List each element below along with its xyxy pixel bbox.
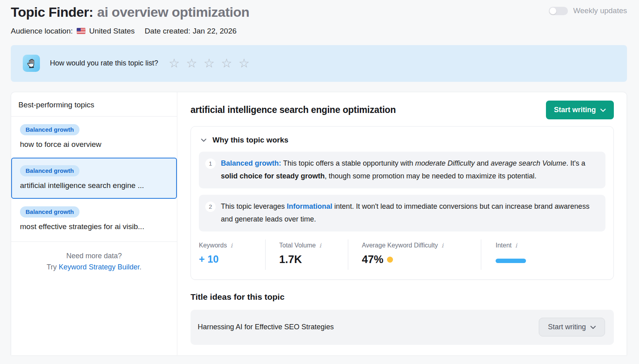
toggle-knob [550, 8, 556, 14]
keyword-difficulty-label: Average Keyword Difficulty [362, 242, 438, 249]
date-created-value: Jan 22, 2026 [192, 27, 236, 35]
why-point-1: 1 Balanced growth: This topic offers a s… [199, 152, 605, 188]
start-writing-label: Start writing [554, 106, 596, 114]
topic-item-label: how to force ai overview [20, 140, 168, 149]
weekly-updates-toggle[interactable] [549, 7, 568, 15]
why-topic-works-card: Why this topic works 1 Balanced growth: … [191, 126, 614, 280]
info-icon[interactable]: i [515, 242, 517, 249]
us-flag-icon [77, 28, 85, 34]
keyword-difficulty-value: 47% [362, 253, 383, 266]
star-icon[interactable]: ☆ [183, 57, 200, 69]
why-topic-works-title: Why this topic works [212, 136, 288, 144]
page-title: Topic Finder:ai overview optimization [11, 4, 249, 20]
star-icon[interactable]: ☆ [165, 57, 183, 69]
selected-topic-title: artificial intelligence search engine op… [191, 105, 396, 115]
page-title-prefix: Topic Finder: [11, 4, 93, 20]
sidebar-footer: Need more data? Try Keyword Strategy Bui… [11, 241, 177, 281]
why-topic-works-header[interactable]: Why this topic works [201, 136, 605, 144]
start-writing-button[interactable]: Start writing [546, 101, 614, 119]
date-created: Date created:Jan 22, 2026 [145, 27, 239, 36]
intent-label: Intent [496, 242, 512, 249]
intent-bar-icon [496, 259, 526, 263]
footer-period: . [139, 263, 141, 271]
topic-item-label: most effective strategies for ai visib..… [20, 222, 168, 231]
rating-stars: ☆ ☆ ☆ ☆ ☆ [165, 57, 253, 69]
point-text: Balanced growth: This topic offers a sta… [221, 157, 599, 182]
metric-keywords: Keywords i + 10 [199, 239, 265, 270]
metric-keyword-difficulty: Average Keyword Difficulty i 47% [348, 239, 481, 270]
topics-sidebar: Best-performing topics Balanced growth h… [11, 92, 177, 355]
rating-banner: How would you rate this topic list? ☆ ☆ … [11, 45, 627, 82]
keywords-value: + 10 [199, 253, 265, 265]
info-icon[interactable]: i [320, 242, 321, 249]
balanced-growth-badge: Balanced growth [20, 165, 79, 176]
title-ideas-heading: Title ideas for this topic [191, 292, 614, 302]
point-number: 1 [205, 158, 216, 169]
idea-start-writing-button[interactable]: Start writing [539, 318, 605, 336]
info-icon[interactable]: i [230, 242, 232, 249]
sidebar-title: Best-performing topics [11, 92, 177, 117]
need-more-data-text: Need more data? [16, 250, 172, 261]
try-text: Try [47, 263, 59, 271]
chevron-down-icon [201, 136, 206, 144]
topic-item-label: artificial intelligence search engine ..… [20, 181, 168, 190]
page-header: Topic Finder:ai overview optimization We… [0, 0, 639, 36]
chevron-down-icon [590, 323, 596, 331]
total-volume-value: 1.7K [279, 253, 348, 266]
keywords-label: Keywords [199, 242, 227, 249]
balanced-growth-badge: Balanced growth [20, 124, 79, 135]
metric-total-volume: Total Volume i 1.7K [265, 239, 348, 270]
point-text: This topic leverages Informational inten… [221, 200, 599, 226]
audience-location-value: United States [89, 27, 135, 36]
topic-item-artificial-intelligence-search-engine[interactable]: Balanced growth artificial intelligence … [11, 158, 177, 199]
topic-detail-panel: artificial intelligence search engine op… [177, 92, 627, 355]
page-title-query: ai overview optimization [97, 4, 249, 20]
content-card: Best-performing topics Balanced growth h… [11, 92, 627, 355]
difficulty-level-dot-icon [387, 257, 393, 263]
why-point-2: 2 This topic leverages Informational int… [199, 195, 605, 231]
topic-item-most-effective-strategies[interactable]: Balanced growth most effective strategie… [11, 199, 177, 240]
total-volume-label: Total Volume [279, 242, 316, 249]
weekly-updates-label: Weekly updates [573, 6, 627, 15]
idea-start-writing-label: Start writing [548, 323, 586, 331]
audience-location-label: Audience location: [11, 27, 73, 36]
topic-item-how-to-force-ai-overview[interactable]: Balanced growth how to force ai overview [11, 117, 177, 158]
keyword-strategy-builder-link[interactable]: Keyword Strategy Builder [59, 263, 139, 271]
title-idea-row: Harnessing AI for Effective SEO Strategi… [191, 310, 614, 345]
title-idea-text: Harnessing AI for Effective SEO Strategi… [198, 323, 334, 331]
point-number: 2 [205, 202, 216, 212]
star-icon[interactable]: ☆ [235, 57, 253, 69]
rating-question: How would you rate this topic list? [50, 59, 158, 67]
weekly-updates-toggle-group: Weekly updates [549, 6, 627, 15]
meta-row: Audience location: United States Date cr… [11, 27, 627, 36]
star-icon[interactable]: ☆ [200, 57, 218, 69]
metric-intent: Intent i [481, 239, 526, 270]
chevron-down-icon [600, 106, 606, 114]
info-icon[interactable]: i [442, 242, 444, 249]
high-five-hand-icon [23, 55, 40, 72]
star-icon[interactable]: ☆ [218, 57, 236, 69]
date-created-label: Date created: [145, 27, 190, 35]
balanced-growth-badge: Balanced growth [20, 206, 79, 218]
metrics-row: Keywords i + 10 Total Volume i 1.7K Aver… [199, 239, 605, 273]
